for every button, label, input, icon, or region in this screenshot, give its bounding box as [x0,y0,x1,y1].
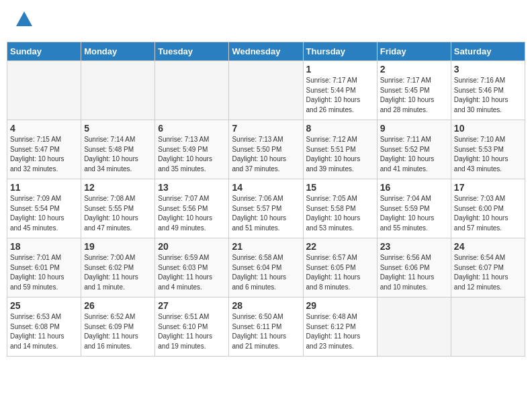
cell-info: Sunrise: 6:51 AM Sunset: 6:10 PM Dayligh… [158,312,226,351]
cell-info: Sunrise: 7:17 AM Sunset: 5:44 PM Dayligh… [306,76,374,115]
cell-info: Sunrise: 7:06 AM Sunset: 5:57 PM Dayligh… [232,194,300,233]
day-number: 26 [84,300,152,311]
calendar-cell: 14Sunrise: 7:06 AM Sunset: 5:57 PM Dayli… [229,179,303,238]
calendar-cell: 9Sunrise: 7:11 AM Sunset: 5:52 PM Daylig… [377,120,451,179]
page-header [7,7,525,36]
calendar-cell [229,61,303,120]
cell-info: Sunrise: 7:17 AM Sunset: 5:45 PM Dayligh… [380,76,448,115]
day-number: 19 [84,241,152,252]
day-number: 21 [232,241,300,252]
day-number: 12 [84,182,152,193]
day-number: 5 [84,123,152,134]
day-number: 27 [158,300,226,311]
day-number: 22 [306,241,374,252]
cell-info: Sunrise: 7:13 AM Sunset: 5:50 PM Dayligh… [232,135,300,174]
day-number: 15 [306,182,374,193]
calendar-week-row: 1Sunrise: 7:17 AM Sunset: 5:44 PM Daylig… [7,61,525,120]
calendar-week-row: 11Sunrise: 7:09 AM Sunset: 5:54 PM Dayli… [7,179,525,238]
weekday-header: Saturday [451,42,525,61]
day-number: 28 [232,300,300,311]
calendar-cell: 28Sunrise: 6:50 AM Sunset: 6:11 PM Dayli… [229,298,303,357]
cell-info: Sunrise: 6:58 AM Sunset: 6:04 PM Dayligh… [232,253,300,292]
calendar-cell: 13Sunrise: 7:07 AM Sunset: 5:56 PM Dayli… [155,179,229,238]
calendar-week-row: 4Sunrise: 7:15 AM Sunset: 5:47 PM Daylig… [7,120,525,179]
calendar-cell: 23Sunrise: 6:56 AM Sunset: 6:06 PM Dayli… [377,238,451,298]
day-number: 18 [10,241,78,252]
cell-info: Sunrise: 7:00 AM Sunset: 6:02 PM Dayligh… [84,253,152,292]
calendar-cell: 7Sunrise: 7:13 AM Sunset: 5:50 PM Daylig… [229,120,303,179]
day-number: 16 [380,182,448,193]
weekday-header: Friday [377,42,451,61]
calendar-cell: 5Sunrise: 7:14 AM Sunset: 5:48 PM Daylig… [81,120,155,179]
day-number: 29 [306,300,374,311]
day-number: 23 [380,241,448,252]
svg-marker-0 [16,11,32,26]
calendar-cell: 4Sunrise: 7:15 AM Sunset: 5:47 PM Daylig… [7,120,81,179]
weekday-header: Wednesday [229,42,303,61]
calendar-cell [7,61,81,120]
cell-info: Sunrise: 7:05 AM Sunset: 5:58 PM Dayligh… [306,194,374,233]
calendar-cell: 10Sunrise: 7:10 AM Sunset: 5:53 PM Dayli… [451,120,525,179]
weekday-header: Sunday [7,42,81,61]
cell-info: Sunrise: 7:04 AM Sunset: 5:59 PM Dayligh… [380,194,448,233]
cell-info: Sunrise: 7:11 AM Sunset: 5:52 PM Dayligh… [380,135,448,174]
calendar-cell: 20Sunrise: 6:59 AM Sunset: 6:03 PM Dayli… [155,238,229,298]
calendar-cell: 11Sunrise: 7:09 AM Sunset: 5:54 PM Dayli… [7,179,81,238]
day-number: 17 [454,182,522,193]
calendar-table: SundayMondayTuesdayWednesdayThursdayFrid… [7,42,525,357]
logo [13,10,34,33]
day-number: 25 [10,300,78,311]
day-number: 2 [380,64,448,75]
cell-info: Sunrise: 7:14 AM Sunset: 5:48 PM Dayligh… [84,135,152,174]
cell-info: Sunrise: 7:09 AM Sunset: 5:54 PM Dayligh… [10,194,78,233]
calendar-cell: 2Sunrise: 7:17 AM Sunset: 5:45 PM Daylig… [377,61,451,120]
calendar-cell: 6Sunrise: 7:13 AM Sunset: 5:49 PM Daylig… [155,120,229,179]
calendar-cell: 25Sunrise: 6:53 AM Sunset: 6:08 PM Dayli… [7,298,81,357]
day-number: 6 [158,123,226,134]
calendar-cell: 3Sunrise: 7:16 AM Sunset: 5:46 PM Daylig… [451,61,525,120]
day-number: 7 [232,123,300,134]
cell-info: Sunrise: 7:13 AM Sunset: 5:49 PM Dayligh… [158,135,226,174]
cell-info: Sunrise: 6:53 AM Sunset: 6:08 PM Dayligh… [10,312,78,351]
calendar-cell: 24Sunrise: 6:54 AM Sunset: 6:07 PM Dayli… [451,238,525,298]
calendar-cell [155,61,229,120]
cell-info: Sunrise: 7:15 AM Sunset: 5:47 PM Dayligh… [10,135,78,174]
day-number: 13 [158,182,226,193]
day-number: 1 [306,64,374,75]
weekday-header: Thursday [303,42,377,61]
cell-info: Sunrise: 7:16 AM Sunset: 5:46 PM Dayligh… [454,76,522,115]
day-number: 3 [454,64,522,75]
calendar-cell [81,61,155,120]
day-number: 8 [306,123,374,134]
day-number: 20 [158,241,226,252]
cell-info: Sunrise: 6:59 AM Sunset: 6:03 PM Dayligh… [158,253,226,292]
cell-info: Sunrise: 7:12 AM Sunset: 5:51 PM Dayligh… [306,135,374,174]
cell-info: Sunrise: 7:10 AM Sunset: 5:53 PM Dayligh… [454,135,522,174]
calendar-cell: 21Sunrise: 6:58 AM Sunset: 6:04 PM Dayli… [229,238,303,298]
calendar-cell [377,298,451,357]
calendar-cell: 19Sunrise: 7:00 AM Sunset: 6:02 PM Dayli… [81,238,155,298]
calendar-cell [451,298,525,357]
calendar-cell: 1Sunrise: 7:17 AM Sunset: 5:44 PM Daylig… [303,61,377,120]
calendar-cell: 29Sunrise: 6:48 AM Sunset: 6:12 PM Dayli… [303,298,377,357]
calendar-cell: 27Sunrise: 6:51 AM Sunset: 6:10 PM Dayli… [155,298,229,357]
calendar-cell: 12Sunrise: 7:08 AM Sunset: 5:55 PM Dayli… [81,179,155,238]
weekday-header: Tuesday [155,42,229,61]
cell-info: Sunrise: 6:50 AM Sunset: 6:11 PM Dayligh… [232,312,300,351]
cell-info: Sunrise: 6:48 AM Sunset: 6:12 PM Dayligh… [306,312,374,351]
cell-info: Sunrise: 6:52 AM Sunset: 6:09 PM Dayligh… [84,312,152,351]
cell-info: Sunrise: 6:57 AM Sunset: 6:05 PM Dayligh… [306,253,374,292]
calendar-cell: 16Sunrise: 7:04 AM Sunset: 5:59 PM Dayli… [377,179,451,238]
calendar-cell: 18Sunrise: 7:01 AM Sunset: 6:01 PM Dayli… [7,238,81,298]
cell-info: Sunrise: 7:07 AM Sunset: 5:56 PM Dayligh… [158,194,226,233]
calendar-cell: 15Sunrise: 7:05 AM Sunset: 5:58 PM Dayli… [303,179,377,238]
cell-info: Sunrise: 7:01 AM Sunset: 6:01 PM Dayligh… [10,253,78,292]
calendar-cell: 22Sunrise: 6:57 AM Sunset: 6:05 PM Dayli… [303,238,377,298]
cell-info: Sunrise: 7:03 AM Sunset: 6:00 PM Dayligh… [454,194,522,233]
calendar-week-row: 18Sunrise: 7:01 AM Sunset: 6:01 PM Dayli… [7,238,525,298]
calendar-header-row: SundayMondayTuesdayWednesdayThursdayFrid… [7,42,525,61]
cell-info: Sunrise: 6:54 AM Sunset: 6:07 PM Dayligh… [454,253,522,292]
day-number: 10 [454,123,522,134]
calendar-cell: 8Sunrise: 7:12 AM Sunset: 5:51 PM Daylig… [303,120,377,179]
day-number: 14 [232,182,300,193]
